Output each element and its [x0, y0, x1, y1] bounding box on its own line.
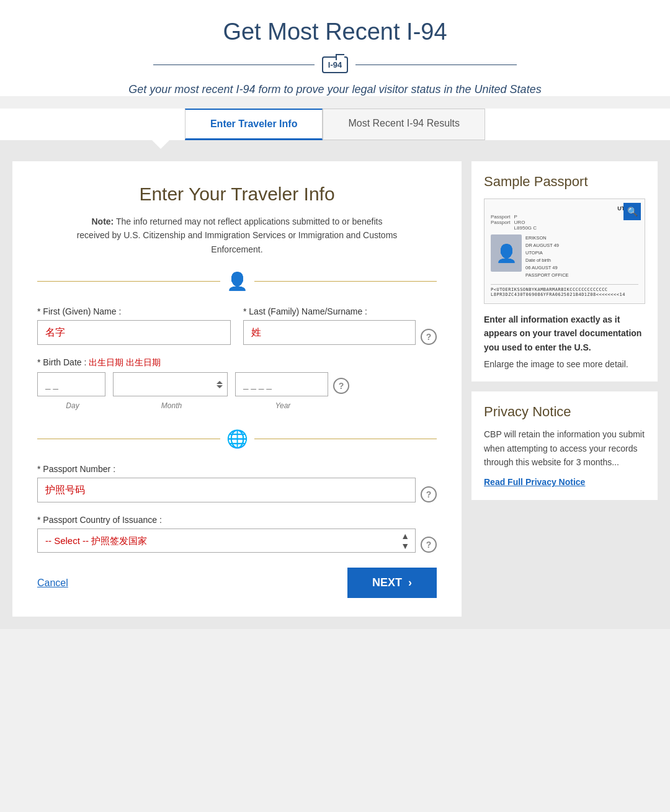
- next-button[interactable]: NEXT ›: [347, 568, 437, 598]
- birth-date-section: * Birth Date : 出生日期 出生日期 January Februar…: [37, 357, 437, 410]
- i94-icon: I-94: [322, 56, 348, 73]
- form-note-bold: Note:: [92, 216, 114, 226]
- passport-divider-line-left: [37, 439, 220, 439]
- tab-enter-traveler-info[interactable]: Enter Traveler Info: [185, 109, 323, 140]
- last-name-label: * Last (Family) Name/Surname :: [243, 306, 416, 316]
- passport-country-select[interactable]: -- Select -- 护照签发国家: [37, 529, 416, 553]
- sidebar: Sample Passport 🔍 UTOPIA PassportPasspor…: [471, 161, 658, 617]
- day-input[interactable]: [37, 372, 105, 396]
- passport-info-note: Enlarge the image to see more detail.: [484, 359, 645, 369]
- form-section: Enter Your Traveler Info Note: The info …: [12, 161, 462, 617]
- day-field: [37, 372, 105, 396]
- year-label: Year: [236, 401, 329, 410]
- privacy-notice-link[interactable]: Read Full Privacy Notice: [484, 477, 585, 487]
- passport-info-bold: Enter all information exactly as it appe…: [484, 313, 645, 354]
- passport-country-label: * Passport Country of Issuance :: [37, 515, 437, 525]
- month-field: January February March April May June Ju…: [113, 372, 228, 396]
- passport-zoom-button[interactable]: 🔍: [623, 203, 641, 220]
- form-title: Enter Your Traveler Info: [37, 184, 437, 205]
- passport-country-help-icon[interactable]: ?: [421, 537, 437, 553]
- birth-date-label-text: * Birth Date :: [37, 357, 86, 367]
- first-name-label: * First (Given) Name :: [37, 306, 231, 316]
- passport-mrz: P<UTOERIKSSONBYKAMBARMARBIKCCCCCCCCCCCCC…: [491, 284, 638, 297]
- year-field: [235, 372, 328, 396]
- passport-photo-section: 👤 ERIKSON DR AUGUST 49 UTOPIA Date of bi…: [491, 234, 638, 279]
- birth-date-labels: Day Month Year: [38, 401, 437, 410]
- tab-most-recent-results[interactable]: Most Recent I-94 Results: [323, 109, 485, 140]
- passport-number-help-icon[interactable]: ?: [421, 486, 437, 502]
- passport-image-wrap: 🔍 UTOPIA PassportPassport PUROL8950G C 👤…: [484, 199, 645, 304]
- passport-dob-label: Date of birth: [525, 257, 569, 264]
- tab-bar: Enter Traveler Info Most Recent I-94 Res…: [0, 109, 670, 140]
- passport-globe-icon: 🌐: [226, 429, 248, 449]
- form-note-text: The info returned may not reflect applic…: [77, 216, 398, 254]
- month-select[interactable]: January February March April May June Ju…: [113, 372, 228, 396]
- page-header: Get Most Recent I-94 I-94 Get your most …: [0, 0, 670, 96]
- passport-labels: PassportPassport PUROL8950G C: [491, 214, 638, 231]
- day-label: Day: [38, 401, 107, 410]
- birth-date-label-cn: 出生日期: [89, 357, 123, 367]
- passport-country: UTOPIA: [491, 205, 638, 212]
- first-name-group: * First (Given) Name :: [37, 306, 231, 345]
- month-label: Month: [114, 401, 229, 410]
- last-name-group: * Last (Family) Name/Surname :: [243, 306, 416, 345]
- main-content: Enter Your Traveler Info Note: The info …: [0, 149, 670, 629]
- cancel-button[interactable]: Cancel: [37, 578, 68, 589]
- title-divider: I-94: [12, 56, 658, 73]
- passport-avatar: 👤: [491, 234, 522, 272]
- person-icon: 👤: [226, 271, 248, 292]
- privacy-notice-text: CBP will retain the information you subm…: [484, 427, 645, 469]
- passport-name2: DR AUGUST 49: [525, 242, 569, 249]
- tab-arrow-indicator: [152, 140, 169, 149]
- first-name-input[interactable]: [37, 320, 231, 345]
- birth-date-label: * Birth Date : 出生日期 出生日期: [37, 357, 437, 368]
- passport-label-right: PUROL8950G C: [514, 214, 537, 231]
- person-divider-line-right: [254, 281, 437, 282]
- year-input[interactable]: [235, 372, 328, 396]
- last-name-help-icon[interactable]: ?: [421, 329, 437, 345]
- sample-passport-card: Sample Passport 🔍 UTOPIA PassportPasspor…: [471, 161, 658, 381]
- last-name-with-help: * Last (Family) Name/Surname : ?: [243, 306, 437, 345]
- passport-info-strong: Enter all information exactly as it appe…: [484, 315, 641, 352]
- passport-authority: PASSPORT OFFICE: [525, 272, 569, 279]
- form-buttons: Cancel NEXT ›: [37, 568, 437, 598]
- privacy-notice-title: Privacy Notice: [484, 404, 645, 420]
- sample-passport-title: Sample Passport: [484, 174, 645, 190]
- person-divider-line-left: [37, 281, 220, 282]
- form-note: Note: The info returned may not reflect …: [76, 215, 398, 256]
- passport-dob: 06 AUGUST 49: [525, 264, 569, 272]
- privacy-notice-card: Privacy Notice CBP will retain the infor…: [471, 391, 658, 500]
- passport-country-select-wrap: -- Select -- 护照签发国家 ▲▼: [37, 529, 416, 553]
- passport-number-input[interactable]: [37, 478, 416, 502]
- passport-divider-line-right: [254, 439, 437, 439]
- birth-date-row: January February March April May June Ju…: [37, 372, 328, 396]
- name-field-row: * First (Given) Name : * Last (Family) N…: [37, 306, 437, 345]
- tab-arrow: [0, 140, 670, 149]
- person-divider: 👤: [37, 271, 437, 292]
- divider-right: [355, 65, 517, 65]
- last-name-input[interactable]: [243, 320, 416, 345]
- next-button-label: NEXT: [372, 576, 402, 589]
- passport-country-row: -- Select -- 护照签发国家 ▲▼ ?: [37, 529, 437, 553]
- passport-details: ERIKSON DR AUGUST 49 UTOPIA Date of birt…: [525, 234, 569, 279]
- birth-date-label-cn2: 出生日期: [126, 357, 161, 367]
- passport-nationality: UTOPIA: [525, 249, 569, 257]
- passport-label-left: PassportPassport: [491, 214, 511, 231]
- birth-date-help-icon[interactable]: ?: [333, 378, 349, 394]
- divider-left: [153, 65, 315, 65]
- page-title: Get Most Recent I-94: [12, 19, 658, 45]
- passport-name: ERIKSON: [525, 234, 569, 242]
- passport-mock: UTOPIA PassportPassport PUROL8950G C 👤 E…: [491, 205, 638, 297]
- passport-divider: 🌐: [37, 429, 437, 449]
- next-arrow-icon: ›: [408, 576, 412, 589]
- page-subtitle: Get your most recent I-94 form to prove …: [12, 83, 658, 96]
- passport-number-row: ?: [37, 478, 437, 502]
- passport-number-label: * Passport Number :: [37, 464, 437, 474]
